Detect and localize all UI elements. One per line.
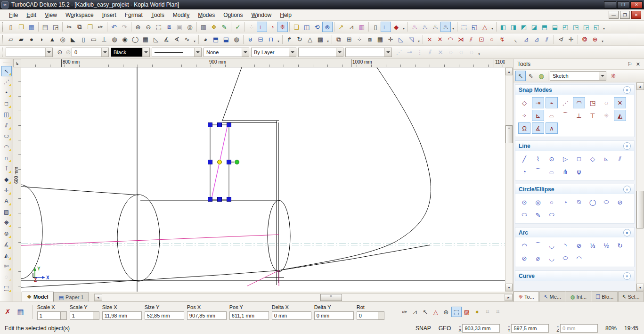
geom-2-icon[interactable]: ⊸ xyxy=(404,47,415,57)
chamfer2-icon[interactable]: ⊿ xyxy=(531,34,542,45)
eraser-tool[interactable]: ✄ xyxy=(1,261,12,271)
new-page-icon[interactable]: ▯ xyxy=(370,22,381,32)
render-draft-icon[interactable]: ♨ xyxy=(430,22,440,32)
view-cube-6-icon[interactable]: ⬓ xyxy=(550,22,560,32)
palette-select-icon[interactable]: ↖ xyxy=(515,71,526,81)
sketch-combo[interactable]: Sketch xyxy=(550,71,606,81)
arc-30-icon[interactable]: ∢ xyxy=(171,34,182,45)
multiline-tool[interactable]: ⫽ xyxy=(1,120,12,130)
palette-tab-measure[interactable]: ↖ Me... xyxy=(539,292,565,301)
ellipse-ratio-icon[interactable]: ⬭ xyxy=(546,209,558,220)
snap-perpendicular-icon[interactable]: ⊾ xyxy=(532,110,544,121)
meet-icon[interactable]: ⋊ xyxy=(456,34,466,45)
rotate-30-icon[interactable]: ∡ xyxy=(161,34,171,45)
extend-icon[interactable]: ✕ xyxy=(435,34,445,45)
snap-auto-icon[interactable]: ✳ xyxy=(600,110,612,121)
boolean-subtract-icon[interactable]: ⊟ xyxy=(255,34,266,45)
trim-icon[interactable]: ⨯ xyxy=(424,34,435,45)
circle-concentric-icon[interactable]: ◎ xyxy=(532,196,544,208)
sketch-tool[interactable]: ⋰ xyxy=(1,77,12,87)
circle-2point-icon[interactable]: ○ xyxy=(546,196,558,208)
shrink-icon[interactable]: ≮ xyxy=(555,34,566,45)
scroll-down-icon[interactable]: ▼ xyxy=(505,284,513,291)
cut-icon[interactable]: ✂ xyxy=(64,22,74,32)
pan-tool[interactable]: ✛ xyxy=(1,185,12,196)
collapse-chevron-icon[interactable]: « xyxy=(623,229,631,236)
format-colors-icon[interactable]: ▥ xyxy=(357,22,367,32)
palette-globe-icon[interactable]: ◍ xyxy=(536,71,546,81)
edit-pencil-icon[interactable]: ✎ xyxy=(219,22,229,32)
view-cube-8-icon[interactable]: ◳ xyxy=(571,22,581,32)
menu-workspace[interactable]: Workspace xyxy=(61,10,98,20)
render-hidden-icon[interactable]: ♨ xyxy=(420,22,430,32)
cone-icon[interactable]: ▲ xyxy=(47,34,57,45)
restore-button[interactable]: ❐ xyxy=(617,1,629,8)
combo-7[interactable] xyxy=(298,48,343,57)
light-icon[interactable]: △ xyxy=(480,22,490,32)
select-frame-tool[interactable]: ⬚ xyxy=(1,283,12,293)
view-cube-10-icon[interactable]: ◱ xyxy=(591,22,602,32)
geo-indicator[interactable]: GEO xyxy=(439,325,451,332)
menu-edit[interactable]: Edit xyxy=(22,10,41,20)
snap-config-icon[interactable]: ✑ xyxy=(399,307,410,317)
hatch-sphere-icon[interactable]: ◍ xyxy=(231,34,242,45)
arc-3point-icon[interactable]: ◝ xyxy=(559,240,571,251)
geom-8-icon[interactable]: ◌ xyxy=(466,47,477,57)
line-rectangle-icon[interactable]: □ xyxy=(573,153,585,164)
arc-tan-line-icon[interactable]: ⊘ xyxy=(518,253,530,264)
extra-1-icon[interactable]: ⌗ xyxy=(482,307,493,317)
zoom-in-icon[interactable]: ⊕ xyxy=(133,22,143,32)
cylinder-icon[interactable]: ▯ xyxy=(78,34,89,45)
close-button[interactable]: ✕ xyxy=(630,1,643,8)
overflow[interactable]: ▾ xyxy=(600,34,605,45)
lock-icon[interactable]: ⊘ xyxy=(65,47,72,57)
circle-modify-icon[interactable]: ○ xyxy=(487,34,497,45)
new-icon[interactable]: ▯ xyxy=(6,22,16,32)
rotate-axis-icon[interactable]: ↻ xyxy=(294,34,305,45)
mesh-icon[interactable]: ▦ xyxy=(140,34,151,45)
line-tangent-arc-icon[interactable]: ◔ xyxy=(518,166,530,177)
overflow[interactable]: ▾ xyxy=(416,34,421,45)
snap-mid-bottom-icon[interactable]: ⊤ xyxy=(587,110,599,121)
overflow[interactable]: ▾ xyxy=(602,22,606,32)
line-rotated-rect-icon[interactable]: ◇ xyxy=(587,153,599,164)
tri-mesh-icon[interactable]: ◺ xyxy=(151,34,161,45)
palette-tab-tools[interactable]: ❈ To... xyxy=(514,292,539,301)
snap-none-icon[interactable]: ◇ xyxy=(518,97,530,108)
slab-icon[interactable]: ▭ xyxy=(89,34,99,45)
pattern-icon[interactable]: ▩ xyxy=(315,34,326,45)
imprint-icon[interactable]: ⊥ xyxy=(99,34,109,45)
collapse-chevron-icon[interactable]: « xyxy=(623,272,631,280)
torus-icon[interactable]: ◎ xyxy=(57,34,68,45)
cancel-icon[interactable]: ✗ xyxy=(5,308,11,316)
ellipse-icon[interactable]: ⬭ xyxy=(600,196,612,208)
insert-dim-tool[interactable]: ⊺ xyxy=(1,163,12,174)
canvas-vscrollbar[interactable]: ▲ ▼ xyxy=(505,67,513,292)
select-zoom-icon[interactable]: ◱ xyxy=(469,22,480,32)
point-tool[interactable]: • xyxy=(1,88,12,98)
snap-quadrant-icon[interactable]: ◌ xyxy=(600,97,612,108)
arc-start-end-icon[interactable]: ◡ xyxy=(546,240,558,251)
view-cube-3-icon[interactable]: ◩ xyxy=(519,22,529,32)
layer-combo[interactable] xyxy=(6,48,53,57)
arc-concentric-icon[interactable]: ⌒ xyxy=(532,240,544,251)
pen-width-combo[interactable]: By Layer xyxy=(251,48,296,57)
box-3d-icon[interactable]: ▱ xyxy=(6,34,16,45)
overflow[interactable]: ▾ xyxy=(276,34,281,45)
snap-vertex-icon[interactable]: ⌁ xyxy=(546,97,558,108)
arc-modify-icon[interactable]: ◠ xyxy=(445,34,456,45)
cylinder2-icon[interactable]: ◉ xyxy=(120,34,130,45)
rectangle-tool[interactable]: □ xyxy=(1,98,12,109)
circle-center-radius-icon[interactable]: ⊙ xyxy=(518,196,530,208)
z-coordinate-field[interactable]: 0 mm xyxy=(560,324,598,333)
locked-tool[interactable]: ◌ xyxy=(1,272,12,282)
redo-icon[interactable]: ↷ xyxy=(119,22,130,32)
visibility-eye-icon[interactable]: ⊙ xyxy=(55,47,65,57)
line-tangent-2arc-icon[interactable]: ⌒ xyxy=(532,166,544,177)
wedge-icon[interactable]: ◣ xyxy=(68,34,78,45)
geom-7-icon[interactable]: ◌ xyxy=(456,47,466,57)
copy-icon[interactable]: ⧉ xyxy=(74,22,85,32)
arc-1-2-icon[interactable]: ½ xyxy=(600,240,612,251)
save-icon[interactable]: ▦ xyxy=(26,22,37,32)
view-cube-1-icon[interactable]: ◧ xyxy=(498,22,508,32)
